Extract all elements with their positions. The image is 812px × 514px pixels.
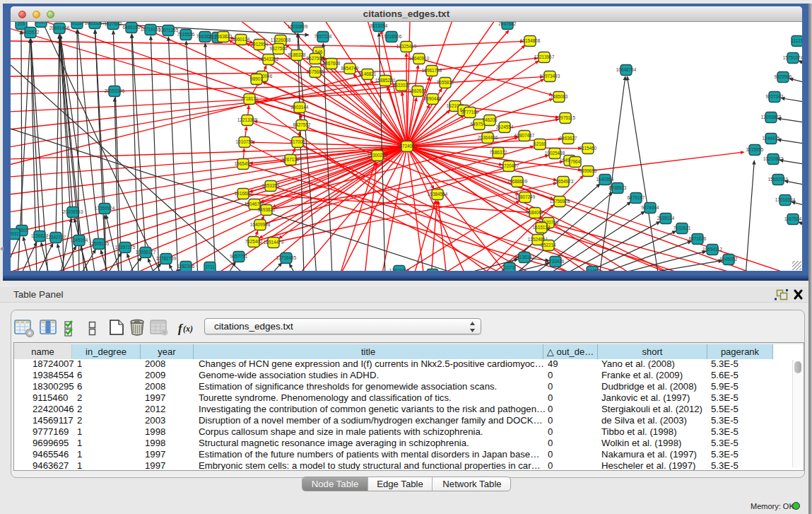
svg-text:7632621: 7632621 [673, 226, 691, 230]
svg-text:1527602: 1527602 [105, 22, 122, 26]
svg-text:1010755: 1010755 [236, 139, 254, 144]
svg-text:14136141: 14136141 [514, 255, 535, 259]
svg-text:19654923: 19654923 [553, 179, 574, 184]
svg-text:9245: 9245 [587, 269, 598, 271]
svg-text:13325419: 13325419 [396, 44, 417, 49]
svg-text:18724007: 18724007 [397, 144, 418, 148]
svg-text:10782759: 10782759 [156, 256, 177, 261]
svg-text:9457791: 9457791 [230, 254, 248, 259]
svg-text:16914479: 16914479 [264, 240, 284, 245]
svg-text:252214: 252214 [541, 243, 556, 247]
svg-text:1362635: 1362635 [409, 88, 427, 93]
svg-text:9777169: 9777169 [461, 110, 479, 115]
svg-text:9115460: 9115460 [579, 146, 597, 151]
svg-text:1244415: 1244415 [763, 136, 780, 141]
svg-text:7857224: 7857224 [314, 34, 332, 39]
svg-text:13226058: 13226058 [271, 37, 291, 42]
svg-text:2803144: 2803144 [291, 105, 309, 110]
svg-text:10807487: 10807487 [514, 133, 535, 138]
svg-text:2935114: 2935114 [657, 216, 675, 221]
svg-text:17359924: 17359924 [95, 206, 115, 211]
svg-text:10654112: 10654112 [702, 247, 722, 252]
svg-text:2047682: 2047682 [499, 22, 517, 26]
svg-text:1405572: 1405572 [22, 30, 40, 35]
svg-text:20206553: 20206553 [63, 209, 83, 214]
svg-text:8660124: 8660124 [233, 37, 250, 42]
svg-text:10025438: 10025438 [545, 151, 565, 156]
svg-text:10648784: 10648784 [616, 67, 637, 72]
svg-text:10671355: 10671355 [158, 28, 179, 33]
svg-text:8471626: 8471626 [689, 236, 707, 241]
svg-text:7386372: 7386372 [490, 150, 507, 155]
svg-text:417008: 417008 [290, 139, 305, 144]
svg-text:7625402: 7625402 [245, 239, 263, 244]
svg-text:9463627: 9463627 [560, 136, 577, 141]
svg-text:18807249: 18807249 [515, 194, 536, 199]
svg-text:16154808: 16154808 [520, 38, 541, 43]
svg-text:62160: 62160 [534, 141, 546, 146]
svg-text:15300273: 15300273 [367, 153, 388, 158]
svg-text:7485063: 7485063 [551, 94, 568, 99]
svg-text:8990448: 8990448 [424, 96, 442, 101]
svg-text:10973493: 10973493 [540, 74, 560, 78]
svg-text:8427552: 8427552 [293, 122, 311, 127]
svg-text:12213389: 12213389 [237, 117, 258, 122]
svg-text:18640910: 18640910 [409, 56, 430, 61]
svg-text:13716485: 13716485 [276, 255, 297, 260]
svg-text:9227342: 9227342 [766, 94, 784, 99]
svg-text:205: 205 [18, 22, 25, 26]
svg-text:19218506: 19218506 [382, 34, 402, 39]
svg-text:19756928: 19756928 [550, 199, 570, 204]
svg-text:12975115: 12975115 [555, 115, 575, 120]
svg-text:15751074: 15751074 [783, 55, 802, 60]
svg-text:6479197: 6479197 [628, 195, 645, 200]
svg-text:17016534: 17016534 [775, 197, 796, 202]
svg-text:12823468: 12823468 [389, 268, 410, 271]
svg-text:2867608: 2867608 [323, 61, 341, 66]
svg-text:3912954: 3912954 [251, 42, 269, 47]
svg-text:1167534: 1167534 [784, 216, 802, 221]
svg-text:3624554: 3624554 [496, 124, 514, 129]
svg-text:1615132: 1615132 [533, 225, 551, 230]
svg-text:8454749: 8454749 [341, 66, 359, 71]
svg-text:9245052: 9245052 [720, 257, 738, 262]
svg-text:9329966: 9329966 [775, 74, 792, 79]
svg-text:3267130: 3267130 [282, 157, 300, 162]
svg-text:3675685: 3675685 [307, 69, 324, 74]
svg-text:2069: 2069 [36, 22, 47, 24]
svg-text:3493822: 3493822 [258, 207, 276, 212]
svg-text:15885220: 15885220 [375, 78, 396, 83]
svg-text:9474444: 9474444 [642, 205, 659, 210]
svg-text:16033809: 16033809 [288, 24, 308, 29]
svg-text:10210643: 10210643 [763, 156, 784, 161]
svg-text:98901: 98901 [250, 76, 263, 81]
svg-text:7663822: 7663822 [215, 34, 233, 39]
svg-text:2711: 2711 [205, 264, 215, 269]
svg-text:12213967: 12213967 [534, 54, 555, 59]
svg-text:1353359: 1353359 [262, 183, 280, 188]
svg-text:1965493: 1965493 [235, 161, 252, 166]
svg-text:9527508: 9527508 [307, 56, 324, 61]
svg-text:16409948: 16409948 [250, 222, 271, 227]
svg-text:16961758: 16961758 [422, 68, 442, 73]
svg-text:11121: 11121 [792, 38, 802, 43]
svg-text:15692931: 15692931 [768, 177, 789, 182]
svg-text:9899695: 9899695 [579, 168, 597, 173]
svg-text:2718170: 2718170 [241, 96, 259, 101]
svg-text:16543382: 16543382 [259, 57, 279, 62]
svg-text:3931: 3931 [11, 231, 20, 236]
svg-text:8938923: 8938923 [609, 185, 627, 190]
svg-text:9118: 9118 [72, 22, 82, 25]
svg-text:7964: 7964 [570, 159, 581, 164]
svg-text:8322037: 8322037 [393, 83, 411, 88]
svg-text:7655812: 7655812 [437, 80, 454, 85]
svg-text:19384554: 19384554 [428, 192, 448, 197]
svg-text:20364436: 20364436 [478, 135, 498, 140]
svg-text:12342737: 12342737 [46, 235, 66, 240]
svg-text:(x): (x) [183, 324, 193, 334]
svg-text:20691406: 20691406 [49, 25, 70, 30]
svg-text:3215955: 3215955 [746, 147, 764, 152]
svg-text:9327506: 9327506 [270, 46, 288, 51]
svg-text:12505135: 12505135 [89, 241, 110, 246]
svg-text:10688609: 10688609 [507, 179, 528, 184]
